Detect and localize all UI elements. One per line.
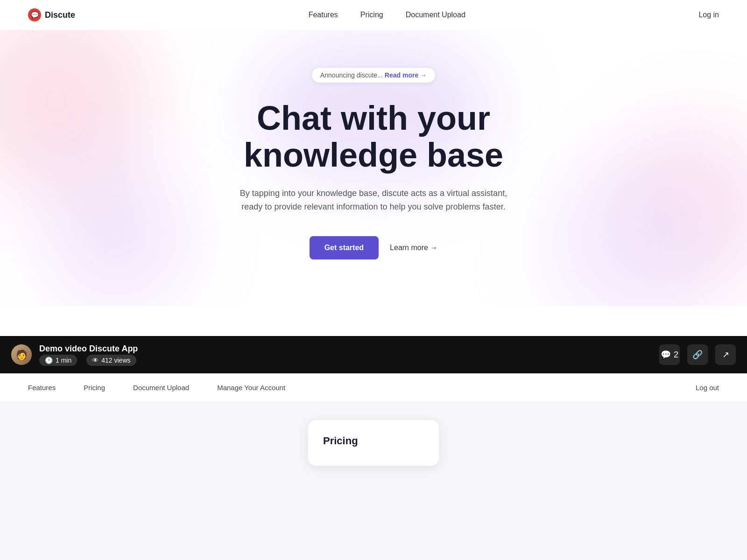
bg-blob-purple-bottom-left — [47, 166, 187, 306]
announce-read-more[interactable]: Read more → — [385, 71, 427, 79]
clock-icon: 🕐 — [45, 357, 53, 364]
video-duration: 🕐 1 min — [39, 355, 77, 366]
eye-icon: 👁 — [92, 357, 99, 364]
link-button[interactable]: 🔗 — [687, 344, 708, 365]
logo[interactable]: 💬 Discute — [28, 8, 75, 21]
hero-subtitle: By tapping into your knowledge base, dis… — [238, 187, 509, 214]
video-avatar: 🧑 — [11, 344, 32, 365]
pricing-card-label: Pricing — [323, 435, 424, 447]
footer-features[interactable]: Features — [28, 384, 56, 392]
learn-more-button[interactable]: Learn more → — [390, 244, 437, 252]
announcement-pill[interactable]: Announcing discute... Read more → — [311, 67, 436, 83]
footer-document-upload[interactable]: Document Upload — [133, 384, 189, 392]
video-info: Demo video Discute App 🕐 1 min 👁 412 vie… — [39, 344, 138, 366]
footer-pricing[interactable]: Pricing — [84, 384, 105, 392]
video-title: Demo video Discute App — [39, 344, 138, 354]
bg-blob-pink-right — [612, 123, 747, 287]
bg-blob-pink-left — [0, 30, 149, 193]
avatar-image: 🧑 — [11, 344, 32, 365]
nav-pricing[interactable]: Pricing — [360, 11, 383, 19]
nav-document-upload[interactable]: Document Upload — [406, 11, 465, 19]
announce-text: Announcing discute... — [320, 71, 383, 79]
video-views: 👁 412 views — [86, 355, 136, 366]
brand-name: Discute — [45, 10, 75, 20]
bottom-section: Pricing — [0, 401, 747, 560]
login-link[interactable]: Log in — [698, 11, 719, 19]
pricing-card: Pricing — [308, 420, 439, 466]
comment-icon: 💬 — [661, 350, 671, 360]
cta-row: Get started Learn more → — [310, 236, 438, 259]
footer-nav: Features Pricing Document Upload Manage … — [0, 373, 747, 401]
bg-blob-purple-bottom-right — [546, 166, 710, 306]
share-icon: ↗ — [722, 350, 729, 360]
video-meta: 🕐 1 min 👁 412 views — [39, 355, 138, 366]
video-bar-left: 🧑 Demo video Discute App 🕐 1 min 👁 412 v… — [11, 344, 138, 366]
hero-title: Chat with your knowledge base — [244, 100, 503, 174]
video-bar: 🧑 Demo video Discute App 🕐 1 min 👁 412 v… — [0, 336, 747, 373]
share-button[interactable]: ↗ — [715, 344, 736, 365]
get-started-button[interactable]: Get started — [310, 236, 379, 259]
nav-links: Features Pricing Document Upload — [309, 11, 465, 19]
comment-button[interactable]: 💬 2 — [659, 344, 680, 365]
footer-manage-account[interactable]: Manage Your Account — [217, 384, 285, 392]
comment-count: 2 — [674, 350, 678, 360]
navbar: 💬 Discute Features Pricing Document Uplo… — [0, 0, 747, 30]
nav-features[interactable]: Features — [309, 11, 338, 19]
video-bar-right: 💬 2 🔗 ↗ — [659, 344, 736, 365]
footer-nav-links: Features Pricing Document Upload Manage … — [28, 384, 285, 392]
logout-link[interactable]: Log out — [696, 384, 719, 392]
link-icon: 🔗 — [692, 350, 703, 360]
hero-section: Announcing discute... Read more → Chat w… — [0, 30, 747, 306]
logo-icon: 💬 — [28, 8, 41, 21]
